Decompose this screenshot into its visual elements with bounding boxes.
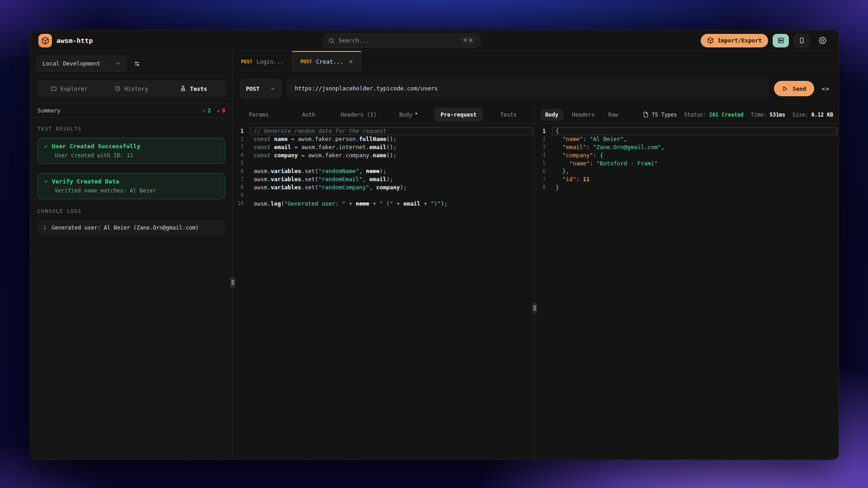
request-pane: Params Auth Headers (1) Body• Pre-reques… (233, 106, 534, 460)
pre-request-script-editor[interactable]: 1// Generate random data for the request… (233, 124, 534, 460)
code-line-5: 5 "name": "Botsford - Frami" (535, 159, 839, 167)
request-tabbar: POST Login... POST Creat... × (233, 51, 839, 71)
file-icon (643, 112, 649, 117)
layout-toggle-button[interactable] (773, 34, 789, 47)
request-bar: POST https://jsonplaceholder.typicode.co… (233, 71, 839, 106)
size-indicator: Size: 0.12 KB (793, 112, 833, 118)
line-content: "email": "Zane.Orn@gmail.com", (552, 143, 837, 151)
check-icon: ✓ (44, 178, 48, 185)
response-tab-headers[interactable]: Headers (567, 109, 600, 121)
chevron-down-icon (115, 61, 121, 66)
chevron-down-icon (270, 86, 276, 92)
search-input[interactable]: Search... ⌘ K (323, 33, 481, 48)
request-tab-create[interactable]: POST Creat... × (292, 51, 362, 71)
line-content: "id": 11 (552, 175, 837, 183)
app-window: awsm-http Search... ⌘ K Import/Export (30, 30, 839, 460)
response-tab-body[interactable]: Body (540, 109, 563, 121)
search-placeholder: Search... (339, 37, 457, 44)
play-icon (782, 86, 788, 92)
log-message: Generated user: Al Beier (Zane.Orn@gmail… (52, 225, 198, 231)
line-content (250, 191, 533, 199)
subtab-headers[interactable]: Headers (1) (335, 108, 383, 122)
line-content: awsm.variables.set("randomCompany", comp… (250, 183, 533, 192)
check-icon: ✓ (202, 108, 205, 114)
environment-row: Local Development (30, 51, 232, 76)
phone-icon (798, 37, 805, 44)
response-tab-raw[interactable]: Raw (603, 109, 623, 121)
main-area: POST Login... POST Creat... × POST https… (233, 51, 839, 460)
sliders-icon (133, 60, 141, 67)
line-content: const name = awsm.faker.person.fullName(… (250, 135, 533, 143)
environment-selector[interactable]: Local Development (37, 56, 127, 72)
device-preview-button[interactable] (793, 34, 810, 47)
test-results-heading: TEST RESULTS (38, 126, 225, 132)
sidebar: Local Development Explorer History (30, 51, 232, 460)
code-line-10: 10awsm.log("Generated user: " + name + "… (233, 199, 534, 207)
time-value: 531ms (769, 112, 785, 118)
subtab-params[interactable]: Params (235, 108, 283, 122)
sidebar-tab-history[interactable]: History (100, 81, 163, 96)
close-tab-icon[interactable]: × (349, 58, 353, 65)
code-line-5: 5 (233, 159, 534, 167)
sidebar-tab-explorer[interactable]: Explorer (38, 81, 100, 96)
subtab-pre-request[interactable]: Pre-request (434, 108, 483, 122)
resize-grip[interactable] (230, 277, 235, 288)
line-content (250, 159, 533, 167)
sidebar-sections: TEST RESULTS ✓ User Created Successfully… (30, 118, 232, 241)
sidebar-tab-tests[interactable]: Tests (162, 81, 225, 96)
ts-types-button[interactable]: TS Types (643, 112, 677, 118)
code-line-4: 4const company = awsm.faker.company.name… (233, 151, 534, 159)
tab-label: History (124, 85, 148, 92)
send-button[interactable]: Send (774, 81, 814, 96)
status-value: 201 Created (709, 112, 744, 118)
code-line-1: 1{ (535, 127, 839, 135)
subtab-tests[interactable]: Tests (485, 108, 533, 122)
test-result-card: ✓ Verify Created Data Verified name matc… (38, 173, 225, 199)
test-result-card: ✓ User Created Successfully User created… (38, 138, 225, 164)
line-number: 4 (535, 152, 552, 158)
status-indicator: Status: 201 Created (684, 112, 744, 118)
method-value: POST (246, 85, 259, 92)
summary-row: Summary ✓2 ✕0 (30, 103, 232, 118)
code-line-6: 6 }, (535, 167, 839, 175)
line-number: 4 (233, 152, 250, 158)
code-snippet-button[interactable]: <> (820, 85, 831, 92)
line-content: // Generate random data for the request (250, 127, 533, 135)
method-selector[interactable]: POST (240, 79, 282, 98)
line-number: 7 (535, 176, 552, 183)
subtab-auth[interactable]: Auth (285, 108, 333, 122)
line-number: 1 (233, 128, 250, 134)
import-export-button[interactable]: Import/Export (701, 34, 768, 47)
line-content: "name": "Al Beier", (552, 135, 837, 143)
cross-icon: ✕ (217, 108, 220, 114)
app-logo-icon (38, 34, 52, 47)
test-result-title: ✓ User Created Successfully (44, 143, 218, 150)
code-line-9: 9 (233, 191, 534, 199)
package-icon (707, 37, 714, 44)
code-line-7: 7awsm.variables.set("randomEmail", email… (233, 175, 534, 183)
test-result-detail: User created with ID: 11 (55, 152, 218, 159)
environment-settings-button[interactable] (133, 60, 141, 67)
line-content: awsm.log("Generated user: " + name + " (… (250, 199, 533, 207)
console-log-item: 1 Generated user: Al Beier (Zane.Orn@gma… (38, 220, 225, 235)
resize-grip[interactable] (532, 303, 537, 314)
request-tab-login[interactable]: POST Login... (233, 51, 292, 71)
app-header: awsm-http Search... ⌘ K Import/Export (30, 30, 839, 51)
line-number: 1 (535, 128, 552, 134)
line-number: 8 (535, 184, 552, 190)
code-line-6: 6awsm.variables.set("randomName", name); (233, 167, 534, 175)
line-content: } (552, 183, 837, 192)
subtab-body[interactable]: Body• (385, 108, 433, 122)
code-line-8: 8} (535, 183, 839, 192)
code-line-8: 8awsm.variables.set("randomCompany", com… (233, 183, 534, 192)
response-body-viewer[interactable]: 1{2 "name": "Al Beier",3 "email": "Zane.… (535, 124, 839, 460)
sidebar-resize-handle[interactable] (232, 51, 233, 460)
time-indicator: Time: 531ms (751, 112, 785, 118)
settings-button[interactable] (814, 34, 830, 47)
url-input[interactable]: https://jsonplaceholder.typicode.com/use… (287, 79, 769, 98)
line-number: 3 (233, 144, 250, 150)
clock-icon (114, 85, 121, 92)
panes-resize-handle[interactable] (534, 106, 535, 460)
summary-label: Summary (38, 108, 61, 114)
console-logs-heading: CONSOLE LOGS (38, 208, 225, 214)
